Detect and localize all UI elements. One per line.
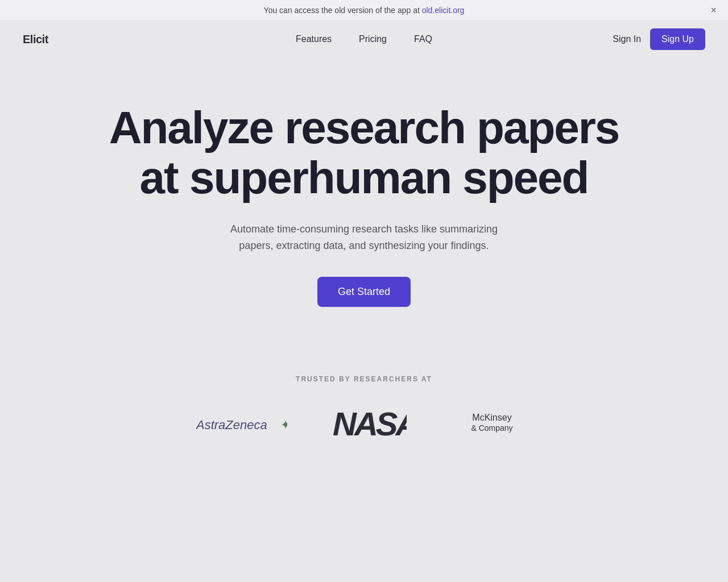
trusted-label: TRUSTED BY RESEARCHERS AT bbox=[296, 375, 432, 383]
banner-link[interactable]: old.elicit.org bbox=[422, 6, 465, 15]
banner-text: You can access the old version of the ap… bbox=[264, 6, 465, 15]
svg-text:AstraZeneca: AstraZeneca bbox=[196, 418, 267, 432]
nav-item-faq[interactable]: FAQ bbox=[414, 34, 432, 44]
nav-item-features[interactable]: Features bbox=[296, 34, 332, 44]
banner-close-button[interactable]: × bbox=[710, 5, 717, 15]
logos-row: AstraZeneca ✦ NASA McKinsey & Company bbox=[196, 406, 532, 442]
nav-auth-area: Sign In Sign Up bbox=[613, 28, 705, 50]
nav-link-features[interactable]: Features bbox=[296, 34, 332, 44]
hero-section: Analyze research papers at superhuman sp… bbox=[0, 57, 728, 341]
main-nav: Elicit Features Pricing FAQ Sign In Sign… bbox=[0, 21, 728, 57]
nav-links: Features Pricing FAQ bbox=[296, 34, 432, 44]
svg-text:McKinsey: McKinsey bbox=[472, 413, 511, 422]
get-started-button[interactable]: Get Started bbox=[317, 277, 411, 307]
svg-text:& Company: & Company bbox=[471, 423, 512, 433]
svg-text:✦: ✦ bbox=[280, 418, 287, 432]
signup-button[interactable]: Sign Up bbox=[650, 28, 705, 50]
nav-item-pricing[interactable]: Pricing bbox=[359, 34, 387, 44]
announcement-banner: You can access the old version of the ap… bbox=[0, 0, 728, 21]
logo-mckinsey: McKinsey & Company bbox=[452, 408, 532, 439]
logo-nasa: NASA bbox=[333, 406, 407, 442]
hero-subheading: Automate time-consuming research tasks l… bbox=[222, 221, 506, 254]
signin-button[interactable]: Sign In bbox=[613, 34, 641, 44]
nav-link-pricing[interactable]: Pricing bbox=[359, 34, 387, 44]
site-logo[interactable]: Elicit bbox=[23, 33, 48, 46]
svg-text:NASA: NASA bbox=[333, 406, 407, 440]
trusted-section: TRUSTED BY RESEARCHERS AT AstraZeneca ✦ … bbox=[0, 341, 728, 465]
nav-link-faq[interactable]: FAQ bbox=[414, 34, 432, 44]
hero-heading: Analyze research papers at superhuman sp… bbox=[108, 103, 620, 203]
logo-astrazeneca: AstraZeneca ✦ bbox=[196, 409, 287, 439]
